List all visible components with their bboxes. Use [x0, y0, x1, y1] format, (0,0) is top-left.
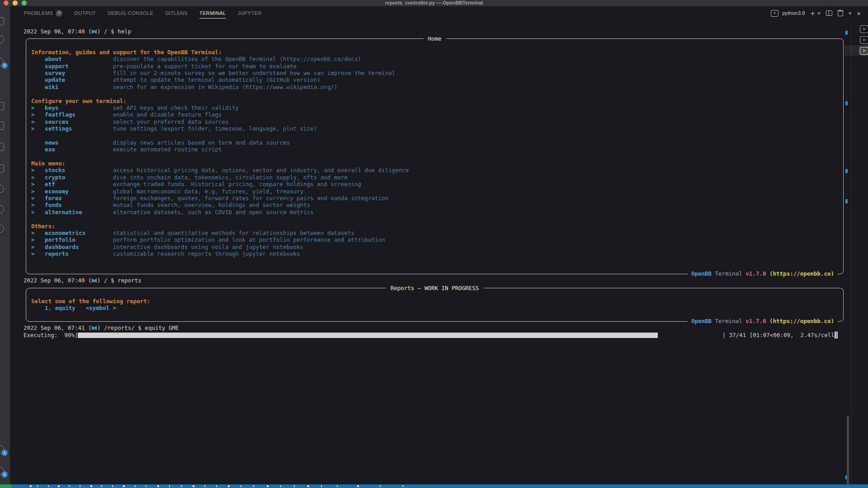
jupyter-icon[interactable] — [0, 185, 4, 193]
tab-gitlens[interactable]: GITLENS — [165, 6, 188, 20]
menu-command: > reports — [31, 250, 113, 257]
tab-output[interactable]: OUTPUT — [74, 6, 96, 20]
menu-item-etf: > etf exchange traded funds. Historical … — [31, 181, 843, 188]
statusbar-glyph — [204, 485, 205, 487]
tab-label: PROBLEMS — [24, 6, 53, 20]
close-panel-icon[interactable]: × — [857, 10, 861, 16]
progress-bar-fill — [78, 333, 658, 338]
vscode-window: reports_controller.py — OpenBBTerminal 7… — [0, 0, 868, 488]
menu-item-exe: exe execute automated routine script — [31, 146, 843, 153]
menu-command: > funds — [31, 202, 113, 208]
blank-line — [31, 42, 843, 48]
menu-command: news — [31, 139, 113, 146]
traffic-lights — [4, 0, 27, 5]
statusbar-glyph — [357, 485, 359, 487]
terminal-scrollbar-thumb[interactable] — [847, 416, 849, 484]
menu-description: select your preferred data sources — [113, 118, 229, 125]
reports-menu-box: Reports — WORK IN PROGRESS Select one of… — [26, 288, 844, 322]
statusbar-glyph — [181, 485, 182, 487]
menu-section-header: Others: — [31, 223, 843, 230]
menu-item-dashboards: > dashboards interactive dashboards usin… — [31, 244, 843, 250]
panel-actions: > python3.8 + ∨ ∨ × — [771, 10, 868, 17]
tab-jupyter[interactable]: JUPYTER — [238, 6, 262, 20]
panel-tabs: PROBLEMS 7 OUTPUT DEBUG CONSOLE GITLENS … — [24, 6, 262, 20]
tab-label: DEBUG CONSOLE — [108, 6, 153, 20]
menu-command: > crypto — [31, 174, 113, 181]
statusbar-glyph — [294, 485, 295, 487]
terminal-cursor: ] — [835, 332, 838, 338]
version-brand: OpenBB — [691, 270, 712, 277]
terminal-profile-chevron-down-icon[interactable]: ∨ — [817, 10, 821, 16]
menu-command: about — [31, 56, 113, 62]
prompt-line-equity: 2022 Sep 06, 07:41 (⋈) /reports/ $ equit… — [24, 324, 868, 331]
terminal-instance-icon[interactable]: > — [860, 36, 868, 44]
reports-option-equity: 1. equity <symbol > — [31, 305, 843, 311]
menu-item-keys: > keys set API keys and check their vali… — [31, 104, 843, 111]
terminal-viewport[interactable]: 2022 Sep 06, 07:40 (⋈) / $ help Home Inf… — [10, 20, 868, 484]
menu-item-crypto: > crypto dive into onchain data, tokenom… — [31, 174, 843, 181]
menu-command: > portfolio — [31, 236, 113, 243]
statusbar-glyph — [253, 485, 254, 487]
menu-item-about: about discover the capabilities of the O… — [31, 56, 843, 62]
tab-terminal[interactable]: TERMINAL — [199, 6, 226, 20]
split-terminal-icon[interactable] — [826, 10, 832, 16]
menu-description: alternative datasets, such as COVID and … — [113, 209, 314, 216]
menu-item-alternative: > alternative alternative datasets, such… — [31, 209, 843, 216]
home-menu-box: Home Information, guides and support for… — [26, 38, 844, 274]
live-share-icon[interactable] — [0, 225, 4, 233]
minimize-window-icon[interactable] — [13, 0, 18, 5]
accounts-badge: 1 — [1, 450, 8, 456]
menu-item-news: news display news articles based on term… — [31, 139, 843, 146]
statusbar-glyph — [169, 485, 170, 487]
tab-label: JUPYTER — [238, 6, 262, 20]
statusbar-glyph — [157, 485, 159, 487]
menu-description: access historical pricing data, options,… — [113, 167, 409, 174]
docker-icon[interactable] — [0, 143, 4, 151]
tab-label: GITLENS — [165, 6, 188, 20]
menu-item-survey: survey fill in our 2-minute survey so we… — [31, 70, 843, 76]
prompt-command: ) / $ help — [97, 28, 131, 35]
menu-description: attempt to update the terminal automatic… — [113, 76, 321, 83]
reports-select-header: Select one of the following report: — [31, 298, 843, 305]
terminal-instance-icon[interactable]: > — [860, 25, 868, 33]
explorer-icon[interactable] — [0, 17, 4, 25]
execution-progress-line: Executing: 90%|| 37/41 [01:07<00:09, 2.4… — [24, 332, 868, 338]
panel-chevron-down-icon[interactable]: ∨ — [848, 10, 852, 16]
statusbar-glyph — [307, 485, 309, 487]
menu-item-portfolio: > portfolio perform portfolio optimizati… — [31, 236, 843, 243]
prompt-timestamp: 2022 Sep 06, 07:41 ( — [24, 324, 92, 331]
blank-line — [31, 216, 843, 222]
remote-indicator[interactable] — [0, 484, 12, 488]
menu-command: > stocks — [31, 167, 113, 174]
testing-icon[interactable] — [0, 164, 4, 173]
status-bar[interactable] — [0, 484, 868, 488]
tab-problems[interactable]: PROBLEMS 7 — [24, 6, 62, 20]
openbb-logo-icon: ⋈ — [92, 28, 98, 35]
menu-item-reports: > reports customizable research reports … — [31, 250, 843, 257]
title-bar: reports_controller.py — OpenBBTerminal — [0, 0, 868, 6]
version-url[interactable]: (https://openbb.co) — [769, 318, 834, 324]
progress-label: Executing: 90%| — [24, 332, 78, 338]
version-url[interactable]: (https://openbb.co) — [769, 270, 834, 277]
tab-debug-console[interactable]: DEBUG CONSOLE — [108, 6, 153, 20]
menu-command: > sources — [31, 118, 113, 125]
blank-line — [31, 90, 843, 97]
remote-explorer-icon[interactable] — [0, 122, 4, 130]
statusbar-glyph — [402, 485, 403, 487]
statusbar-glyph — [90, 485, 92, 487]
extensions-icon[interactable] — [0, 102, 4, 110]
menu-item-sources: > sources select your preferred data sou… — [31, 118, 843, 125]
menu-command: wiki — [31, 84, 113, 90]
close-window-icon[interactable] — [4, 0, 9, 5]
new-terminal-button[interactable]: + — [811, 10, 815, 16]
statusbar-glyph — [48, 485, 49, 487]
prompt-line-help: 2022 Sep 06, 07:40 (⋈) / $ help — [24, 28, 868, 35]
terminal-instance-icon[interactable]: > — [860, 47, 868, 55]
menu-command: > dashboards — [31, 244, 113, 250]
prompt-timestamp: 2022 Sep 06, 07:40 ( — [24, 277, 92, 284]
search-icon[interactable] — [0, 35, 4, 43]
gitlens-icon[interactable] — [0, 205, 4, 213]
prompt-timestamp: 2022 Sep 06, 07:40 ( — [24, 28, 92, 35]
maximize-window-icon[interactable] — [22, 0, 27, 5]
kill-terminal-icon[interactable] — [838, 10, 843, 16]
